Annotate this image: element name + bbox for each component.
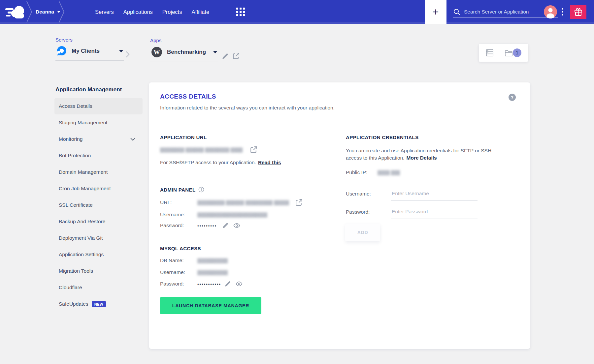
sidebar-item-monitoring[interactable]: Monitoring: [54, 131, 143, 147]
cloudways-logo-icon[interactable]: [5, 4, 26, 20]
show-admin-password-button[interactable]: [233, 223, 240, 228]
launch-database-manager-button[interactable]: LAUNCH DATABASE MANAGER: [160, 297, 261, 314]
credentials-password-label: Password:: [346, 208, 391, 219]
mysql-dbname-value-redacted: ██████████: [197, 258, 228, 263]
admin-panel-heading: ADMIN PANEL: [160, 187, 195, 193]
pencil-icon: [224, 281, 231, 287]
sidebar-item-access-details[interactable]: Access Details: [54, 98, 143, 114]
sidebar-item-deployment-via-git[interactable]: Deployment Via Git: [54, 230, 143, 246]
credentials-password-input[interactable]: [391, 208, 478, 219]
external-link-icon: [250, 146, 258, 154]
admin-url-row: URL: █████████ ██████ █████████ █████: [160, 198, 325, 206]
edit-admin-password-button[interactable]: [222, 222, 229, 229]
nav-link-servers[interactable]: Servers: [95, 9, 114, 15]
gift-rewards-button[interactable]: [570, 5, 586, 19]
sidebar-item-backup-and-restore[interactable]: Backup And Restore: [54, 213, 143, 230]
ssh-note: For SSH/SFTP access to your Application.: [160, 160, 256, 165]
credentials-description: You can create and use Application crede…: [346, 147, 502, 162]
more-details-link[interactable]: More Details: [407, 155, 437, 161]
mysql-username-label: Username:: [160, 269, 197, 275]
open-admin-panel-button[interactable]: [295, 198, 303, 206]
view-toggle-card: 1: [479, 44, 528, 62]
breadcrumb-chevron-separator-icon: [58, 0, 65, 24]
application-credentials-heading: APPLICATION CREDENTIALS: [346, 135, 419, 140]
rename-app-button[interactable]: [222, 53, 229, 60]
help-icon[interactable]: ?: [509, 94, 516, 101]
column-divider: [339, 134, 339, 248]
server-provider-icon: [56, 46, 67, 57]
breadcrumb-chevron-separator-icon: [26, 0, 33, 24]
sidebar-menu: Access Details Staging Management Monito…: [54, 98, 143, 312]
sidebar-item-safeupdates[interactable]: SafeUpdates NEW: [54, 296, 143, 312]
nav-link-affiliate[interactable]: Affiliate: [191, 9, 209, 15]
admin-url-value-redacted: █████████ ██████ █████████ █████: [197, 200, 289, 205]
primary-nav: Servers Applications Projects Affiliate: [95, 0, 209, 24]
admin-password-label: Password:: [160, 223, 197, 228]
kebab-menu-icon[interactable]: [562, 8, 563, 17]
external-link-icon: [232, 52, 240, 60]
caret-down-icon: [119, 50, 123, 52]
sidebar-item-domain-management[interactable]: Domain Management: [54, 164, 143, 180]
caret-down-icon: [213, 51, 217, 53]
svg-text:W: W: [154, 49, 160, 56]
list-view-button[interactable]: [485, 48, 494, 57]
sidebar-item-cron-job-management[interactable]: Cron Job Management: [54, 180, 143, 197]
public-ip-value-redacted: ████ ███: [378, 170, 400, 175]
gift-icon: [574, 8, 583, 16]
eye-icon: [236, 281, 243, 287]
page-title: ACCESS DETAILS: [160, 93, 216, 100]
mysql-username-value-redacted: ██████████: [197, 270, 228, 275]
credentials-username-row: Username:: [346, 190, 478, 201]
admin-panel-heading-row: ADMIN PANEL: [160, 187, 204, 193]
app-window: Deanna Servers Applications Projects Aff…: [0, 0, 594, 364]
top-navbar: Deanna Servers Applications Projects Aff…: [0, 0, 594, 24]
wordpress-icon: W: [151, 46, 163, 58]
nav-link-projects[interactable]: Projects: [162, 9, 182, 15]
sidebar-item-bot-protection[interactable]: Bot Protection: [54, 147, 143, 164]
application-url-heading: APPLICATION URL: [160, 135, 207, 140]
access-details-panel: ACCESS DETAILS ? Information related to …: [149, 82, 530, 349]
public-ip-label: Public IP:: [346, 169, 378, 175]
mysql-password-row: Password: •••••••••••: [160, 281, 325, 287]
folder-count-badge: 1: [513, 48, 521, 57]
add-server-button[interactable]: +: [425, 0, 446, 24]
sidebar-item-application-settings[interactable]: Application Settings: [54, 246, 143, 263]
global-search: [453, 6, 558, 18]
credentials-password-row: Password:: [346, 208, 478, 219]
info-icon[interactable]: [198, 187, 204, 193]
chevron-down-icon: [130, 138, 135, 141]
folder-view-button[interactable]: [504, 48, 513, 57]
sidebar-item-ssl-certificate[interactable]: SSL Certificate: [54, 197, 143, 213]
read-this-link[interactable]: Read this: [258, 160, 281, 165]
page-description: Information related to the several ways …: [160, 105, 335, 111]
sidebar-item-staging-management[interactable]: Staging Management: [54, 114, 143, 131]
open-app-external-button[interactable]: [232, 52, 240, 60]
servers-crumb-label: Servers: [55, 37, 124, 43]
ssh-note-row: For SSH/SFTP access to your Application.…: [160, 160, 281, 166]
plus-icon: +: [433, 6, 439, 18]
server-selector-block: Servers My Clients: [55, 37, 124, 61]
folder-view-icon: [504, 48, 513, 57]
nav-link-applications[interactable]: Applications: [123, 9, 153, 15]
mysql-dbname-label: DB Name:: [160, 258, 197, 263]
selected-server-name: My Clients: [72, 48, 115, 54]
mysql-password-mask: •••••••••••: [197, 282, 221, 287]
external-link-icon: [295, 198, 303, 206]
open-application-url-button[interactable]: [250, 146, 258, 154]
admin-password-row: Password: •••••••••: [160, 222, 325, 229]
edit-mysql-password-button[interactable]: [224, 281, 231, 287]
avatar[interactable]: [544, 5, 557, 18]
show-mysql-password-button[interactable]: [236, 281, 243, 287]
app-dropdown[interactable]: W Benchmarking: [150, 43, 218, 62]
admin-username-value-redacted: ███████████████████████: [197, 212, 267, 217]
sidebar-item-cloudflare[interactable]: Cloudflare: [54, 279, 143, 296]
public-ip-row: Public IP: ████ ███: [346, 169, 400, 175]
admin-username-row: Username: ███████████████████████: [160, 212, 325, 218]
apps-grid-icon[interactable]: [236, 8, 245, 16]
sidebar-item-migration-tools[interactable]: Migration Tools: [54, 263, 143, 279]
server-dropdown[interactable]: My Clients: [55, 43, 124, 61]
add-credentials-button[interactable]: ADD: [345, 224, 380, 241]
application-url-row: ████████ ██████ ████████ ████: [160, 146, 292, 154]
credentials-username-input[interactable]: [391, 190, 478, 201]
account-dropdown[interactable]: Deanna: [36, 0, 60, 24]
